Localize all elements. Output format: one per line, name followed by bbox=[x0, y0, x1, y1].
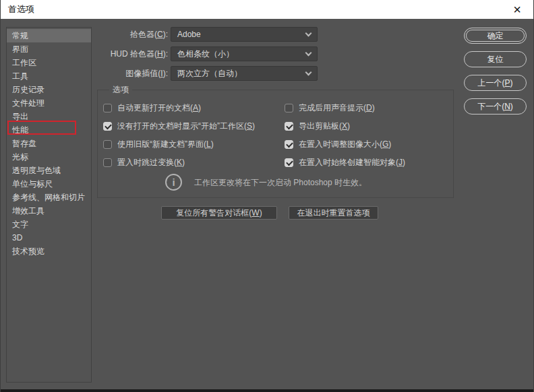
chevron-down-icon bbox=[305, 69, 312, 75]
checkbox-export-clipboard[interactable]: 导出剪贴板(X) bbox=[285, 121, 350, 131]
image-interpolation-value: 两次立方（自动） bbox=[177, 68, 242, 79]
color-picker-label: 拾色器(C): bbox=[1, 27, 168, 42]
sidebar-item-cursors[interactable]: 光标 bbox=[7, 150, 91, 164]
checkbox[interactable] bbox=[285, 140, 293, 149]
image-interpolation-label: 图像插值(I): bbox=[1, 66, 168, 81]
next-button[interactable]: 下一个(N) bbox=[464, 98, 527, 115]
color-picker-value: Adobe bbox=[177, 30, 201, 39]
window-bottom-edge bbox=[1, 389, 534, 392]
image-interpolation-select[interactable]: 两次立方（自动） bbox=[171, 66, 318, 81]
sidebar-item-scratch-disks[interactable]: 暂存盘 bbox=[7, 137, 91, 150]
hud-color-picker-value: 色相条纹（小） bbox=[177, 48, 234, 60]
sidebar-item-performance[interactable]: 性能 bbox=[7, 123, 91, 137]
hud-color-picker-label: HUD 拾色器(H): bbox=[1, 46, 168, 61]
sidebar-item-3d[interactable]: 3D bbox=[7, 231, 91, 244]
reset-all-warning-dialogs-button[interactable]: 复位所有警告对话框(W) bbox=[161, 206, 277, 220]
sidebar-item-units-rulers[interactable]: 单位与标尺 bbox=[7, 177, 91, 191]
info-icon: i bbox=[165, 174, 182, 191]
checkbox-auto-update-open-documents[interactable]: 自动更新打开的文档(A) bbox=[103, 102, 201, 113]
options-group-label: 选项 bbox=[109, 85, 132, 95]
chevron-down-icon bbox=[305, 30, 312, 36]
sidebar-item-type[interactable]: 文字 bbox=[7, 218, 91, 231]
reset-button[interactable]: 复位 bbox=[464, 51, 527, 67]
checkbox[interactable] bbox=[103, 104, 112, 112]
checkbox-skip-transform-when-placing[interactable]: 置入时跳过变换(K) bbox=[103, 157, 185, 168]
sidebar-item-transparency-gamut[interactable]: 透明度与色域 bbox=[7, 164, 91, 177]
preferences-dialog: 首选项 × 常规 界面 工作区 工具 历史记录 文件处理 导出 性能 暂存盘 光… bbox=[0, 0, 534, 392]
checkbox[interactable] bbox=[103, 140, 112, 149]
prev-button[interactable]: 上一个(P) bbox=[464, 75, 527, 91]
checkbox-beep-when-done[interactable]: 完成后用声音提示(D) bbox=[285, 102, 375, 113]
checkbox[interactable] bbox=[285, 122, 293, 131]
sidebar-item-technology-previews[interactable]: 技术预览 bbox=[7, 244, 91, 258]
ok-button[interactable]: 确定 bbox=[464, 28, 527, 44]
checkbox[interactable] bbox=[285, 158, 293, 167]
checkbox-legacy-new-document[interactable]: 使用旧版“新建文档”界面(L) bbox=[103, 139, 214, 150]
workspace-restart-note: 工作区更改将在下一次启动 Photoshop 时生效。 bbox=[194, 174, 367, 191]
sidebar-item-export[interactable]: 导出 bbox=[7, 110, 91, 123]
color-picker-select[interactable]: Adobe bbox=[171, 27, 318, 42]
sidebar-item-guides-grid-slices[interactable]: 参考线、网格和切片 bbox=[7, 191, 91, 204]
dialog-title: 首选项 bbox=[8, 3, 34, 15]
checkbox[interactable] bbox=[103, 122, 112, 131]
chevron-down-icon bbox=[305, 49, 312, 56]
checkbox[interactable] bbox=[285, 104, 293, 112]
sidebar-item-history-log[interactable]: 历史记录 bbox=[7, 83, 91, 96]
checkbox-resize-image-during-place[interactable]: 在置入时调整图像大小(G) bbox=[285, 139, 391, 150]
checkbox-show-start-workspace[interactable]: 没有打开的文档时显示“开始”工作区(S) bbox=[103, 121, 255, 131]
hud-color-picker-select[interactable]: 色相条纹（小） bbox=[171, 46, 318, 61]
close-icon[interactable]: × bbox=[507, 0, 527, 19]
sidebar-item-plug-ins[interactable]: 增效工具 bbox=[7, 204, 91, 218]
reset-preferences-on-quit-button[interactable]: 在退出时重置首选项 bbox=[289, 206, 378, 220]
checkbox[interactable] bbox=[103, 158, 112, 167]
sidebar-item-file-handling[interactable]: 文件处理 bbox=[7, 96, 91, 110]
checkbox-always-create-smart-objects[interactable]: 在置入时始终创建智能对象(J) bbox=[285, 157, 405, 168]
window-titlebar: 首选项 × bbox=[1, 0, 533, 19]
dialog-body: 常规 界面 工作区 工具 历史记录 文件处理 导出 性能 暂存盘 光标 透明度与… bbox=[1, 19, 534, 389]
